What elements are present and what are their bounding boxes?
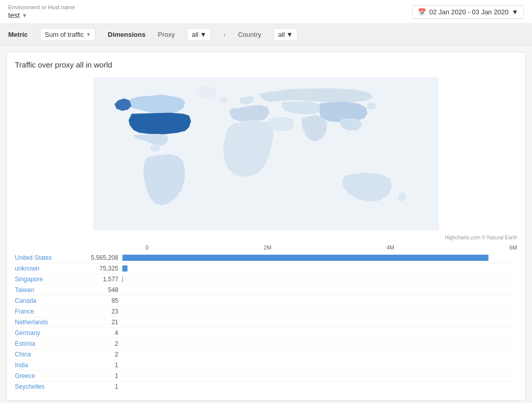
bar-container — [122, 329, 517, 337]
country-link[interactable]: Estonia — [15, 340, 81, 347]
bar-container — [122, 297, 517, 304]
table-row: France 23 — [15, 306, 517, 317]
world-map — [15, 77, 517, 231]
bar — [122, 255, 488, 261]
axis-labels: 0 2M 4M 6M — [15, 244, 517, 253]
country-link[interactable]: Singapore — [15, 276, 81, 283]
table-row: Netherlands 21 — [15, 317, 517, 328]
bar-container — [122, 265, 517, 272]
bar-container — [122, 340, 517, 347]
proxy-all-value: all — [191, 31, 198, 38]
row-value: 1,577 — [81, 276, 122, 283]
row-value: 1 — [81, 383, 122, 390]
proxy-dropdown-arrow-icon: ▼ — [200, 31, 206, 38]
map-svg — [15, 77, 517, 231]
bar-container — [122, 319, 517, 326]
table-row: Singapore 1,577 — [15, 274, 517, 285]
data-rows-container: United States 5,565,208 unknown 75,325 S… — [15, 253, 517, 392]
date-range-picker[interactable]: 📅 02 Jan 2020 - 03 Jan 2020 ▼ — [412, 5, 524, 19]
country-link[interactable]: France — [15, 308, 81, 315]
bar-container — [122, 372, 517, 379]
country-link[interactable]: Canada — [15, 297, 81, 304]
country-link[interactable]: Germany — [15, 329, 81, 337]
attribution: Highcharts.com © Natural Earth — [15, 235, 517, 240]
table-row: unknown 75,325 — [15, 263, 517, 274]
bar-container — [122, 308, 517, 315]
bar-container — [122, 383, 517, 390]
row-value: 23 — [81, 308, 122, 315]
row-value: 1 — [81, 372, 122, 379]
date-range-value: 02 Jan 2020 - 03 Jan 2020 — [429, 8, 508, 16]
metric-dropdown-arrow-icon: ▼ — [86, 32, 91, 37]
country-dropdown-arrow-icon: ▼ — [286, 31, 293, 38]
axis-label-2m: 2M — [264, 244, 271, 251]
proxy-all-dropdown[interactable]: all ▼ — [187, 28, 211, 41]
country-link[interactable]: unknown — [15, 265, 81, 272]
table-row: Greece 1 — [15, 371, 517, 382]
row-value: 75,325 — [81, 265, 122, 272]
country-link[interactable]: Taiwan — [15, 286, 81, 294]
dimensions-label: Dimensions — [108, 31, 146, 38]
country-label: Country — [238, 31, 262, 38]
metric-label: Metric — [8, 31, 28, 38]
row-value: 2 — [81, 351, 122, 358]
us-shape — [129, 113, 191, 135]
metric-value: Sum of traffic — [45, 31, 83, 38]
country-link[interactable]: Netherlands — [15, 319, 81, 326]
calendar-icon: 📅 — [418, 8, 426, 16]
country-all-value: all — [278, 31, 285, 38]
env-section: Environment or Host name test ▼ — [8, 4, 75, 19]
chart-title: Traffic over proxy all in world — [15, 60, 517, 69]
country-link[interactable]: United States — [15, 254, 81, 261]
row-value: 2 — [81, 340, 122, 347]
metric-bar: Metric Sum of traffic ▼ Dimensions Proxy… — [0, 24, 532, 46]
bar — [122, 265, 127, 272]
bar-container — [122, 286, 517, 294]
axis-label-0: 0 — [145, 244, 148, 251]
axis-label-4m: 4M — [387, 244, 394, 251]
env-value: test — [8, 11, 20, 19]
env-chevron-icon: ▼ — [22, 12, 28, 18]
chevron-right-icon: › — [223, 31, 225, 38]
table-row: Seychelles 1 — [15, 382, 517, 392]
country-link[interactable]: China — [15, 351, 81, 358]
top-bar: Environment or Host name test ▼ 📅 02 Jan… — [0, 0, 532, 24]
table-row: Estonia 2 — [15, 339, 517, 349]
table-row: Taiwan 548 — [15, 285, 517, 296]
table-row: India 1 — [15, 360, 517, 371]
table-row: United States 5,565,208 — [15, 253, 517, 263]
row-value: 5,565,208 — [81, 254, 122, 261]
row-value: 1 — [81, 362, 122, 369]
table-row: Canada 85 — [15, 296, 517, 306]
country-link[interactable]: Greece — [15, 372, 81, 379]
chart-card: Traffic over proxy all in world — [6, 52, 526, 401]
row-value: 548 — [81, 286, 122, 294]
env-select[interactable]: test ▼ — [8, 11, 75, 19]
metric-dropdown[interactable]: Sum of traffic ▼ — [40, 28, 95, 41]
row-value: 85 — [81, 297, 122, 304]
row-value: 4 — [81, 329, 122, 337]
axis-label-6m: 6M — [509, 244, 517, 251]
country-all-dropdown[interactable]: all ▼ — [273, 28, 297, 41]
bar-container — [122, 276, 517, 283]
main-content: Traffic over proxy all in world — [0, 46, 532, 403]
env-label: Environment or Host name — [8, 4, 75, 10]
table-row: Germany 4 — [15, 328, 517, 339]
proxy-label: Proxy — [158, 31, 175, 38]
row-value: 21 — [81, 319, 122, 326]
country-link[interactable]: India — [15, 362, 81, 369]
bar-container — [122, 362, 517, 369]
bar-chart: 0 2M 4M 6M United States 5,565,208 unkno… — [15, 244, 517, 392]
bar-container — [122, 254, 517, 261]
bar-container — [122, 351, 517, 358]
table-row: China 2 — [15, 349, 517, 360]
country-link[interactable]: Seychelles — [15, 383, 81, 390]
date-range-chevron-icon: ▼ — [512, 8, 518, 16]
